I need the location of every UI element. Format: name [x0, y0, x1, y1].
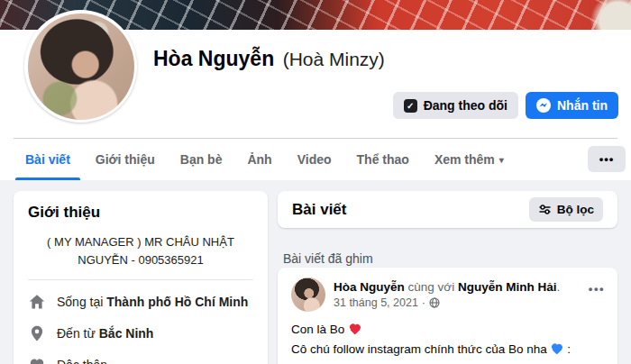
intro-card: Giới thiệu ( MY MANAGER ) MR CHÂU NHẬT N…	[14, 191, 268, 364]
location-pin-icon	[28, 324, 46, 342]
post-text-suffix: :	[567, 342, 571, 356]
tab-bai-viet[interactable]: Bài viết	[13, 139, 83, 180]
profile-name: Hòa Nguyễn (Hoà Minzy)	[153, 47, 385, 71]
profile-picture-image	[28, 14, 134, 120]
post-text-line1: Con là Bo	[291, 320, 604, 340]
chevron-down-icon: ▾	[499, 155, 504, 165]
post-body: Con là Bo Cô chú follow instagram chính …	[291, 320, 604, 364]
globe-icon	[429, 297, 440, 308]
post-more-button[interactable]: •••	[589, 282, 605, 296]
profile-picture[interactable]	[24, 10, 137, 123]
intro-item-prefix: Đến từ	[57, 326, 96, 341]
post-tagged-suffix: .	[556, 280, 560, 294]
post-date-row: 31 tháng 5, 2021 ·	[334, 296, 560, 309]
intro-item-from: Đến từ Bắc Ninh	[28, 324, 253, 342]
tab-the-thao[interactable]: Thể thao	[344, 139, 422, 180]
profile-tabs: Bài viết Giới thiệu Bạn bè Ảnh Video Thể…	[13, 139, 517, 180]
pinned-posts-label: Bài viết đã ghim	[283, 251, 373, 266]
tab-anh[interactable]: Ảnh	[234, 139, 284, 180]
post-author-line: Hòa Nguyễn cùng với Nguyễn Minh Hải.	[334, 278, 560, 296]
intro-item-link[interactable]: Bắc Ninh	[99, 326, 154, 341]
intro-item-text: Sống tại Thành phố Hồ Chí Minh	[57, 295, 248, 309]
posts-title: Bài viết	[292, 201, 346, 219]
home-icon	[28, 293, 46, 311]
intro-item-text: Đến từ Bắc Ninh	[57, 326, 153, 341]
post-header-text: Hòa Nguyễn cùng với Nguyễn Minh Hải. 31 …	[334, 278, 560, 312]
following-check-icon: ✓	[404, 99, 417, 113]
post-author-name[interactable]: Hòa Nguyễn	[334, 280, 405, 294]
tab-label: Bài viết	[25, 152, 70, 167]
post-date[interactable]: 31 tháng 5, 2021	[334, 296, 418, 309]
intro-item-prefix: Sống tại	[57, 295, 103, 309]
intro-item-text: Độc thân	[57, 358, 107, 364]
messenger-icon	[536, 98, 551, 113]
following-button-label: Đang theo dõi	[424, 98, 508, 113]
tab-video[interactable]: Video	[285, 139, 344, 180]
post-text-line2: Cô chú follow instagram chính thức của B…	[291, 340, 604, 359]
filter-sliders-icon	[538, 203, 552, 216]
tab-label: Video	[297, 152, 332, 167]
intro-item-prefix: Độc thân	[57, 358, 107, 364]
tab-gioi-thieu[interactable]: Giới thiệu	[83, 139, 168, 180]
profile-nickname: (Hoà Minzy)	[283, 49, 385, 69]
tab-xem-them[interactable]: Xem thêm ▾	[422, 139, 517, 180]
post-tagged-name[interactable]: Nguyễn Minh Hải	[458, 280, 557, 294]
blue-heart-emoji	[551, 344, 562, 354]
post-header: Hòa Nguyễn cùng với Nguyễn Minh Hải. 31 …	[291, 278, 604, 312]
message-button[interactable]: Nhắn tin	[526, 92, 618, 119]
intro-title: Giới thiệu	[28, 204, 253, 222]
intro-item-link[interactable]: Thành phố Hồ Chí Minh	[106, 295, 248, 309]
intro-item-relationship: Độc thân	[28, 356, 253, 364]
tab-label: Giới thiệu	[96, 152, 155, 167]
message-button-label: Nhắn tin	[557, 98, 608, 113]
post-connector: cùng với	[405, 280, 458, 294]
red-heart-emoji	[349, 324, 361, 334]
tabs-more-button[interactable]: •••	[588, 146, 626, 172]
tab-label: Xem thêm	[434, 152, 495, 167]
following-button[interactable]: ✓ Đang theo dõi	[393, 92, 518, 119]
intro-item-lives-in: Sống tại Thành phố Hồ Chí Minh	[28, 293, 253, 311]
profile-actions: ✓ Đang theo dõi Nhắn tin	[393, 92, 618, 119]
post-text: Con là Bo	[291, 323, 344, 336]
pinned-post-card: Hòa Nguyễn cùng với Nguyễn Minh Hải. 31 …	[278, 268, 617, 364]
tab-label: Ảnh	[247, 152, 271, 167]
tab-label: Thể thao	[357, 152, 409, 167]
intro-bio: ( MY MANAGER ) MR CHÂU NHẬT NGUYỄN - 090…	[28, 233, 253, 268]
tab-ban-be[interactable]: Bạn bè	[168, 139, 235, 180]
profile-header: Hòa Nguyễn (Hoà Minzy) ✓ Đang theo dõi N…	[0, 0, 631, 180]
filter-button-label: Bộ lọc	[557, 203, 594, 216]
intro-divider	[28, 279, 253, 280]
heart-icon	[28, 356, 46, 364]
filter-button[interactable]: Bộ lọc	[529, 197, 603, 222]
post-author-avatar[interactable]	[291, 278, 325, 312]
tab-label: Bạn bè	[180, 152, 223, 167]
post-link[interactable]: https://instagram.com/conlabo_vicente?ut…	[291, 360, 604, 364]
post-text: Cô chú follow instagram chính thức của B…	[291, 342, 547, 356]
date-separator: ·	[422, 296, 425, 309]
posts-header-card: Bài viết Bộ lọc	[278, 191, 617, 228]
profile-name-text: Hòa Nguyễn	[153, 47, 274, 70]
